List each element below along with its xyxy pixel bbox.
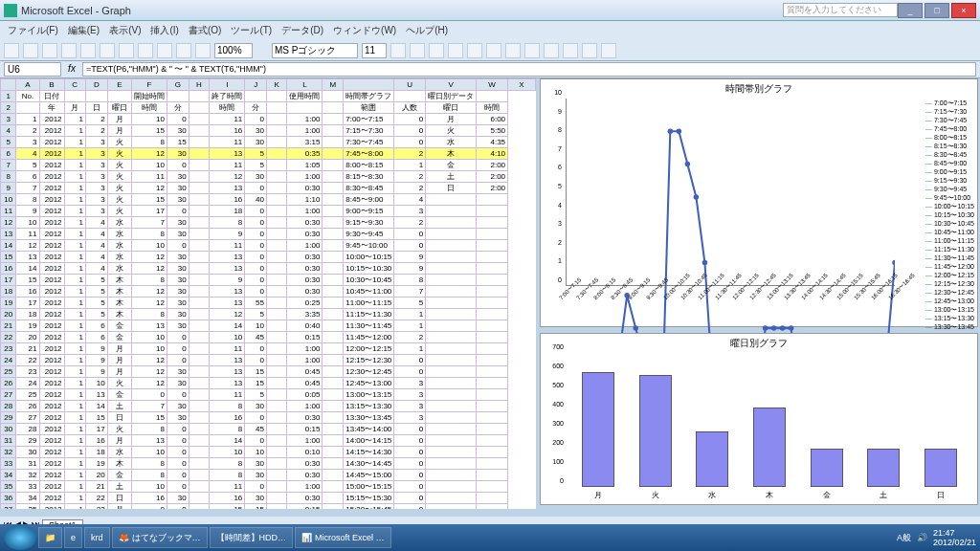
italic-icon[interactable] <box>410 43 425 58</box>
name-box[interactable]: U6 <box>4 62 61 77</box>
formula-bar: U6 fx =TEXT(P6,"HMM") & " 〜 " & TEXT(T6,… <box>0 61 980 78</box>
print-icon[interactable] <box>61 43 77 58</box>
chart-legend: 7:00〜7:157:15〜7:307:30〜7:457:45〜8:008:00… <box>925 99 974 331</box>
minimize-button[interactable]: _ <box>898 3 923 18</box>
taskbar-explorer-icon[interactable]: 📁 <box>38 527 62 548</box>
svg-point-38 <box>892 260 895 265</box>
system-tray[interactable]: A般 🔊 21:472012/02/21 <box>897 528 976 547</box>
svg-point-26 <box>789 325 793 330</box>
align-center-icon[interactable] <box>467 43 482 58</box>
align-left-icon[interactable] <box>448 43 463 58</box>
start-button[interactable] <box>4 525 36 550</box>
zoom-dropdown[interactable]: 100% <box>214 43 253 58</box>
close-button[interactable]: × <box>951 3 976 18</box>
svg-point-24 <box>771 325 776 330</box>
clock[interactable]: 21:472012/02/21 <box>933 528 976 547</box>
ime-indicator[interactable]: A般 <box>897 532 911 544</box>
paste-icon[interactable] <box>119 43 134 58</box>
menu-item[interactable]: ウィンドウ(W) <box>329 24 400 37</box>
underline-icon[interactable] <box>429 43 444 58</box>
bar-chart[interactable]: 曜日別グラフ 0100200300400500600700 月火水木金土日 <box>540 333 978 505</box>
formula-input[interactable]: =TEXT(P6,"HMM") & " 〜 " & TEXT(T6,"HMM") <box>82 62 976 77</box>
taskbar-item[interactable]: 📊Microsoft Excel … <box>295 527 391 548</box>
svg-point-14 <box>685 162 690 166</box>
help-search[interactable]: 質問を入力してください <box>783 3 898 17</box>
copy-icon[interactable] <box>100 43 115 58</box>
taskbar-item[interactable]: 【時間差】HDD… <box>210 527 294 548</box>
maximize-button[interactable]: □ <box>924 3 949 18</box>
borders-icon[interactable] <box>563 43 578 58</box>
worksheet-area[interactable]: ABCDEFGHIJKLMUVWX1No.日付開始時間終了時間使用時間時間帯グラ… <box>0 78 536 509</box>
plot-area <box>569 353 969 487</box>
excel-icon <box>4 4 17 17</box>
fill-color-icon[interactable] <box>582 43 597 58</box>
currency-icon[interactable] <box>524 43 540 58</box>
menu-item[interactable]: ヘルプ(H) <box>402 24 452 37</box>
fontsize-dropdown[interactable]: 11 <box>362 43 387 58</box>
menu-item[interactable]: ツール(T) <box>227 24 276 37</box>
svg-point-12 <box>668 129 673 134</box>
menu-item[interactable]: 編集(E) <box>64 24 103 37</box>
sort-asc-icon[interactable] <box>176 43 191 58</box>
sort-desc-icon[interactable] <box>195 43 211 58</box>
taskbar-item[interactable]: 🦊はてなブックマ… <box>112 527 208 548</box>
chart-title: 時間帯別グラフ <box>541 79 977 99</box>
menu-item[interactable]: データ(D) <box>278 24 327 37</box>
chart-title: 曜日別グラフ <box>541 334 977 353</box>
svg-point-8 <box>633 325 637 330</box>
svg-point-16 <box>702 260 707 265</box>
font-dropdown[interactable]: MS Pゴシック <box>272 43 358 58</box>
menu-item[interactable]: 書式(O) <box>185 24 225 37</box>
taskbar-item[interactable]: krd <box>84 527 110 548</box>
svg-point-15 <box>694 194 699 199</box>
cut-icon[interactable] <box>80 43 96 58</box>
svg-point-13 <box>677 129 681 134</box>
standard-toolbar: 100% MS Pゴシック 11 <box>0 40 980 61</box>
align-right-icon[interactable] <box>486 43 501 58</box>
menu-item[interactable]: 挿入(I) <box>146 24 182 37</box>
redo-icon[interactable] <box>157 43 172 58</box>
menu-item[interactable]: 表示(V) <box>105 24 145 37</box>
new-icon[interactable] <box>4 43 19 58</box>
undo-icon[interactable] <box>138 43 153 58</box>
menu-bar: ファイル(F)編集(E)表示(V)挿入(I)書式(O)ツール(T)データ(D)ウ… <box>0 21 980 40</box>
fx-icon[interactable]: fx <box>65 63 78 77</box>
font-color-icon[interactable] <box>601 43 616 58</box>
svg-point-25 <box>780 325 785 330</box>
open-icon[interactable] <box>23 43 38 58</box>
merge-icon[interactable] <box>505 43 521 58</box>
menu-item[interactable]: ファイル(F) <box>4 24 62 37</box>
plot-area <box>566 99 895 286</box>
tray-icon[interactable]: 🔊 <box>917 533 927 542</box>
percent-icon[interactable] <box>544 43 559 58</box>
title-bar: Microsoft Excel - Graph 質問を入力してください _ □ … <box>0 0 980 21</box>
svg-point-23 <box>763 325 768 330</box>
window-title: Microsoft Excel - Graph <box>21 5 783 16</box>
save-icon[interactable] <box>42 43 57 58</box>
bold-icon[interactable] <box>390 43 406 58</box>
line-chart[interactable]: 時間帯別グラフ 012345678910 7:00〜7:157:30〜7:458… <box>540 78 978 327</box>
taskbar-ie-icon[interactable]: e <box>64 527 82 548</box>
windows-taskbar: 📁 e krd 🦊はてなブックマ… 【時間差】HDD… 📊Microsoft E… <box>0 524 980 551</box>
